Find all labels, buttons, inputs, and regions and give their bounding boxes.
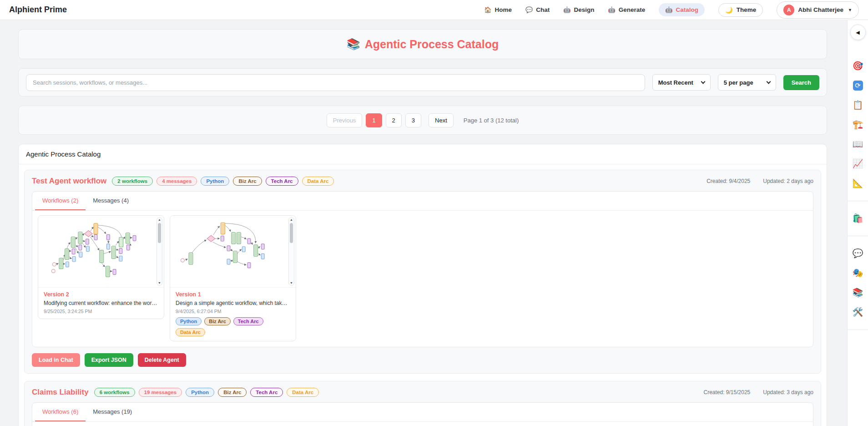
tab-messages[interactable]: Messages (19) xyxy=(86,403,139,421)
nav-generate-label: Generate xyxy=(619,6,646,13)
sync-icon[interactable]: ⟳ xyxy=(853,81,863,91)
sort-selected-value: Most Recent xyxy=(658,79,693,86)
catalog-header: Agentic Process Catalog xyxy=(19,144,827,164)
per-page-select[interactable]: 5 per page xyxy=(718,74,776,91)
agent-badges: 6 workflows19 messagesPythonBiz ArcTech … xyxy=(94,388,319,397)
theme-label: Theme xyxy=(737,6,757,13)
thumbnail-scrollbar[interactable]: ▲ ▼ xyxy=(288,217,294,286)
workflow-diagram xyxy=(171,217,287,286)
agent-tabs: Workflows (6) Messages (19) xyxy=(32,403,813,422)
badge-tech-arc: Tech Arc xyxy=(250,388,283,397)
nav-item-design[interactable]: 🤖 Design xyxy=(563,6,594,13)
agent-header: Test Agent workflow 2 workflows4 message… xyxy=(32,177,813,186)
nav-item-generate[interactable]: 🤖 Generate xyxy=(608,6,645,13)
catalog-panel: Agentic Process Catalog Test Agent workf… xyxy=(18,144,827,426)
home-icon: 🏠 xyxy=(484,6,491,13)
scrollbar-thumb[interactable] xyxy=(158,223,161,243)
scroll-up-icon[interactable]: ▲ xyxy=(290,218,293,222)
badge-data-arc: Data Arc xyxy=(287,388,319,397)
books-icon[interactable]: 📚 xyxy=(853,288,863,298)
nav-item-catalog[interactable]: 🤖 Catalog xyxy=(659,3,705,16)
catalog-body: Test Agent workflow 2 workflows4 message… xyxy=(19,164,827,426)
previous-page-button[interactable]: Previous xyxy=(327,113,363,127)
scrollbar-thumb[interactable] xyxy=(290,223,293,243)
nav-chat-label: Chat xyxy=(536,6,550,13)
clipboard-icon[interactable]: 📋 xyxy=(853,100,863,110)
tools-icon[interactable]: 🛠️ xyxy=(853,307,863,317)
export-json-button[interactable]: Export JSON xyxy=(85,353,133,367)
badge-2-workflows: 2 workflows xyxy=(112,177,153,186)
moon-icon: 🌙 xyxy=(725,6,733,14)
workflow-info: Version 2 Modifying current workflow: en… xyxy=(38,288,164,319)
chat-bubble-icon: 💬 xyxy=(525,6,533,13)
scroll-down-icon[interactable]: ▼ xyxy=(290,281,293,285)
scroll-up-icon[interactable]: ▲ xyxy=(158,218,161,222)
badge-python: Python xyxy=(186,388,214,397)
next-page-button[interactable]: Next xyxy=(429,113,454,127)
badge-biz-arc: Biz Arc xyxy=(233,177,262,186)
scroll-down-icon[interactable]: ▼ xyxy=(158,281,161,285)
robot-icon: 🤖 xyxy=(563,6,570,13)
nav-item-home[interactable]: 🏠 Home xyxy=(484,6,512,13)
workflow-card-version-2[interactable]: ▲ ▼ Version 2 Modifying current workflow… xyxy=(38,215,164,319)
rail-divider xyxy=(848,201,868,201)
crane-icon[interactable]: 🏗️ xyxy=(853,120,863,130)
page-3-button[interactable]: 3 xyxy=(405,113,421,127)
rail-divider xyxy=(848,330,868,330)
workflow-timestamp: 9/4/2025, 6:27:04 PM xyxy=(176,309,290,314)
badge-python: Python xyxy=(176,317,202,325)
nav-home-label: Home xyxy=(495,6,512,13)
agent-badges: 2 workflows4 messagesPythonBiz ArcTech A… xyxy=(112,177,334,186)
badge-biz-arc: Biz Arc xyxy=(218,388,247,397)
collapse-sidebar-button[interactable]: ◀ xyxy=(850,25,866,40)
theme-toggle-button[interactable]: 🌙 Theme xyxy=(718,3,763,17)
robot-icon: 🤖 xyxy=(608,6,615,13)
workflow-thumbnail[interactable]: ▲ ▼ xyxy=(170,216,296,288)
nav-item-chat[interactable]: 💬 Chat xyxy=(525,6,550,13)
load-in-chat-button[interactable]: Load in Chat xyxy=(32,353,80,367)
speech-balloon-icon[interactable]: 💬 xyxy=(853,248,863,259)
chart-increasing-icon[interactable]: 📈 xyxy=(853,159,863,169)
badge-python: Python xyxy=(201,177,229,186)
search-button[interactable]: Search xyxy=(783,75,819,90)
performing-arts-icon[interactable]: 🎭 xyxy=(853,268,863,278)
search-input[interactable] xyxy=(26,74,645,91)
page-title-panel: 📚 Agentic Process Catalog xyxy=(18,29,827,59)
badge-tech-arc: Tech Arc xyxy=(266,177,298,186)
badge-19-messages: 19 messages xyxy=(139,388,182,397)
agent-card-test-agent-workflow: Test Agent workflow 2 workflows4 message… xyxy=(24,170,821,374)
sort-select[interactable]: Most Recent xyxy=(652,74,711,91)
badge-tech-arc: Tech Arc xyxy=(233,317,263,325)
tab-workflows[interactable]: Workflows (2) xyxy=(35,192,86,210)
badge-biz-arc: Biz Arc xyxy=(204,317,231,325)
open-book-icon[interactable]: 📖 xyxy=(853,139,863,149)
caret-down-icon: ▼ xyxy=(848,8,852,12)
thumbnail-scrollbar[interactable]: ▲ ▼ xyxy=(156,217,162,286)
workflow-thumbnail[interactable]: ▲ ▼ xyxy=(38,216,164,288)
page-2-button[interactable]: 2 xyxy=(386,113,402,127)
page-title: 📚 Agentic Process Catalog xyxy=(347,38,499,51)
collapse-left-icon: ◀ xyxy=(856,30,859,36)
chevron-down-icon xyxy=(766,80,771,84)
delete-agent-button[interactable]: Delete Agent xyxy=(138,353,186,367)
workflow-timestamp: 9/25/2025, 3:24:25 PM xyxy=(44,309,158,314)
workflow-card-version-1[interactable]: ▲ ▼ Version 1 Design a simple agentic wo… xyxy=(170,215,296,341)
sidebar-icon-list: 🎯⟳📋🏗️📖📈📐🛍️💬🎭📚🛠️ xyxy=(848,61,868,333)
nav-menu: 🏠 Home 💬 Chat 🤖 Design 🤖 Generate 🤖 Cata… xyxy=(484,1,859,19)
tab-workflows[interactable]: Workflows (6) xyxy=(35,403,86,421)
nav-design-label: Design xyxy=(574,6,594,13)
workflow-description: Modifying current workflow: enhance the … xyxy=(44,300,158,306)
workflow-version: Version 1 xyxy=(176,291,290,298)
shopping-bags-icon[interactable]: 🛍️ xyxy=(853,213,863,223)
triangle-ruler-icon[interactable]: 📐 xyxy=(853,178,863,188)
user-name: Abhi Chatterjee xyxy=(798,6,843,13)
user-menu-button[interactable]: A Abhi Chatterjee ▼ xyxy=(777,1,859,19)
agent-detail-panel: Workflows (2) Messages (4) ▲ ▼ xyxy=(32,191,813,347)
right-sidebar: ◀ 🎯⟳📋🏗️📖📈📐🛍️💬🎭📚🛠️ xyxy=(847,20,868,426)
target-icon[interactable]: 🎯 xyxy=(853,61,863,71)
updated-date: Updated: 3 days ago xyxy=(763,389,813,396)
search-panel: Most Recent 5 per page Search xyxy=(18,68,827,96)
tab-messages[interactable]: Messages (4) xyxy=(86,192,136,210)
page-1-button[interactable]: 1 xyxy=(366,113,382,127)
badge-4-messages: 4 messages xyxy=(156,177,197,186)
